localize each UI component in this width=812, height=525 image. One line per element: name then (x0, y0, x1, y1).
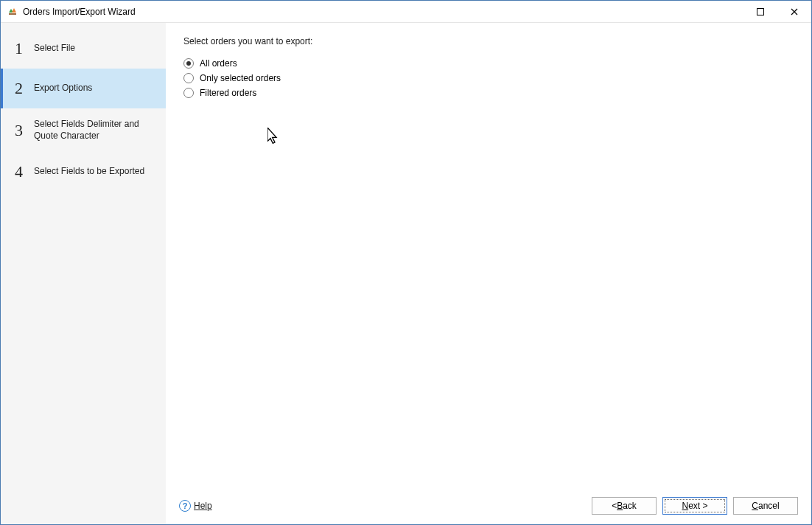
window-controls (743, 1, 811, 22)
export-options-group: All orders Only selected orders Filtered… (183, 58, 794, 98)
radio-label: All orders (200, 58, 237, 69)
svg-rect-1 (757, 8, 764, 15)
step-export-options[interactable]: 2 Export Options (1, 69, 166, 108)
step-fields-export[interactable]: 4 Select Fields to be Exported (1, 152, 166, 192)
step-label: Select Fields to be Exported (31, 166, 144, 178)
cancel-button[interactable]: Cancel (733, 497, 798, 515)
next-button[interactable]: Next > (662, 497, 727, 515)
help-label: Help (194, 501, 212, 511)
step-select-file[interactable]: 1 Select File (1, 29, 166, 69)
export-prompt: Select orders you want to export: (183, 36, 794, 46)
radio-label: Filtered orders (200, 88, 256, 98)
step-label: Export Options (31, 83, 92, 94)
radio-icon (183, 88, 194, 98)
help-icon: ? (179, 500, 191, 512)
titlebar: Orders Import/Export Wizard (1, 1, 811, 23)
step-delimiter-quote[interactable]: 3 Select Fields Delimiter and Quote Char… (1, 108, 166, 152)
window-title: Orders Import/Export Wizard (23, 7, 743, 17)
maximize-button[interactable] (743, 1, 777, 22)
back-button[interactable]: < Back (592, 497, 657, 515)
radio-icon (183, 73, 194, 83)
wizard-content: Select orders you want to export: All or… (166, 23, 811, 524)
step-number: 2 (15, 79, 31, 98)
wizard-footer: ? Help < Back Next > Cancel (166, 487, 811, 524)
radio-only-selected-orders[interactable]: Only selected orders (183, 73, 794, 83)
app-icon (7, 6, 18, 18)
cursor-icon (267, 128, 279, 145)
step-label: Select Fields Delimiter and Quote Charac… (31, 119, 158, 142)
main-container: 1 Select File 2 Export Options 3 Select … (1, 23, 811, 524)
radio-label: Only selected orders (200, 73, 281, 83)
svg-rect-0 (9, 13, 16, 15)
step-number: 4 (15, 162, 31, 181)
wizard-steps-sidebar: 1 Select File 2 Export Options 3 Select … (1, 23, 166, 524)
help-link[interactable]: ? Help (179, 500, 212, 512)
radio-filtered-orders[interactable]: Filtered orders (183, 88, 794, 98)
radio-icon (183, 58, 194, 69)
step-number: 3 (15, 121, 31, 140)
step-label: Select File (31, 43, 75, 55)
radio-all-orders[interactable]: All orders (183, 58, 794, 69)
step-number: 1 (15, 39, 31, 58)
close-button[interactable] (777, 1, 811, 22)
